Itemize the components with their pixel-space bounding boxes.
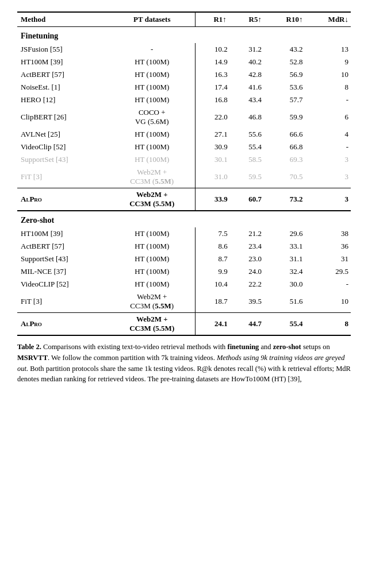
r10-cell: 57.7 (266, 94, 307, 106)
pt-cell: HT (100M) (109, 128, 195, 141)
results-table: Method PT datasets R1↑ R5↑ R10↑ MdR↓ Fin… (17, 11, 351, 336)
method-cell: JSFusion [55] (17, 43, 109, 56)
table-caption: Table 2. Comparisons with existing text-… (17, 342, 351, 385)
pt-cell: COCO +VG (5.6M) (109, 106, 195, 128)
r10-cell: 56.9 (266, 68, 307, 81)
table-row: ActBERT [57] HT (100M) 16.3 42.8 56.9 10 (17, 68, 351, 81)
table-row: SupportSet [43] HT (100M) 8.7 23.0 31.1 … (17, 253, 351, 265)
r1-cell: 16.3 (195, 68, 231, 81)
r10-cell: 43.2 (266, 43, 307, 56)
caption-label: Table 2. (17, 343, 41, 351)
pt-cell: HT (100M) (109, 94, 195, 106)
r1-cell: 31.0 (195, 166, 231, 188)
method-cell: ActBERT [57] (17, 68, 109, 81)
mdr-cell: 29.5 (307, 265, 351, 278)
method-cell: VideoClip [52] (17, 141, 109, 153)
pt-cell: Web2M +CC3M (5.5M) (109, 291, 195, 313)
caption-bold1: finetuning (227, 343, 259, 351)
r5-cell: 43.4 (231, 94, 266, 106)
alpro-mdr: 3 (307, 188, 351, 211)
pt-cell: HT (100M) (109, 141, 195, 153)
table-container: Method PT datasets R1↑ R5↑ R10↑ MdR↓ Fin… (17, 11, 351, 336)
alpro-r1: 33.9 (195, 188, 231, 211)
r5-cell: 55.4 (231, 141, 266, 153)
header-r5: R5↑ (231, 12, 266, 27)
method-cell: AVLNet [25] (17, 128, 109, 141)
method-cell: SupportSet [43] (17, 253, 109, 265)
r10-cell: 33.1 (266, 240, 307, 253)
pt-cell: HT (100M) (109, 227, 195, 240)
pt-cell: HT (100M) (109, 265, 195, 278)
table-row: FiT [3] Web2M +CC3M (5.5M) 18.7 39.5 51.… (17, 291, 351, 313)
table-row: NoiseEst. [1] HT (100M) 17.4 41.6 53.6 8 (17, 81, 351, 94)
table-header-row: Method PT datasets R1↑ R5↑ R10↑ MdR↓ (17, 12, 351, 27)
r1-cell: 10.2 (195, 43, 231, 56)
r10-cell: 51.6 (266, 291, 307, 313)
caption-bold3: MSRVTT (17, 354, 48, 362)
mdr-cell: - (307, 94, 351, 106)
alpro-zero-shot-row: AlPro Web2M +CC3M (5.5M) 24.1 44.7 55.4 … (17, 313, 351, 336)
mdr-cell: 3 (307, 166, 351, 188)
mdr-cell: - (307, 278, 351, 291)
alpro-zs-method: AlPro (17, 313, 109, 336)
alpro-zs-r10: 55.4 (266, 313, 307, 336)
mdr-cell: 3 (307, 153, 351, 166)
zero-shot-section-header: Zero-shot (17, 211, 351, 227)
mdr-cell: 9 (307, 56, 351, 68)
r1-cell: 16.8 (195, 94, 231, 106)
table-row: AVLNet [25] HT (100M) 27.1 55.6 66.6 4 (17, 128, 351, 141)
r10-cell: 70.5 (266, 166, 307, 188)
alpro-pt: Web2M +CC3M (5.5M) (109, 188, 195, 211)
alpro-r10: 73.2 (266, 188, 307, 211)
r10-cell: 29.6 (266, 227, 307, 240)
mdr-cell: 38 (307, 227, 351, 240)
table-row: VideoClip [52] HT (100M) 30.9 55.4 66.8 … (17, 141, 351, 153)
caption-text3: setups on (301, 343, 330, 351)
pt-cell: HT (100M) (109, 68, 195, 81)
pt-cell: - (109, 43, 195, 56)
r10-cell: 31.1 (266, 253, 307, 265)
r10-cell: 69.3 (266, 153, 307, 166)
alpro-zs-mdr: 8 (307, 313, 351, 336)
r1-cell: 8.7 (195, 253, 231, 265)
r10-cell: 30.0 (266, 278, 307, 291)
r10-cell: 52.8 (266, 56, 307, 68)
r10-cell: 66.6 (266, 128, 307, 141)
caption-text2: and (259, 343, 273, 351)
header-mdr: MdR↓ (307, 12, 351, 27)
r10-cell: 53.6 (266, 81, 307, 94)
method-cell: SupportSet [43] (17, 153, 109, 166)
alpro-zs-r1: 24.1 (195, 313, 231, 336)
table-row: VideoCLIP [52] HT (100M) 10.4 22.2 30.0 … (17, 278, 351, 291)
mdr-cell: 10 (307, 68, 351, 81)
r1-cell: 14.9 (195, 56, 231, 68)
table-row: JSFusion [55] - 10.2 31.2 43.2 13 (17, 43, 351, 56)
r5-cell: 58.5 (231, 153, 266, 166)
table-row: ClipBERT [26] COCO +VG (5.6M) 22.0 46.8 … (17, 106, 351, 128)
r1-cell: 18.7 (195, 291, 231, 313)
mdr-cell: - (307, 141, 351, 153)
mdr-cell: 13 (307, 43, 351, 56)
r5-cell: 41.6 (231, 81, 266, 94)
method-cell: FiT [3] (17, 166, 109, 188)
method-cell: VideoCLIP [52] (17, 278, 109, 291)
r1-cell: 9.9 (195, 265, 231, 278)
r10-cell: 66.8 (266, 141, 307, 153)
method-cell: ClipBERT [26] (17, 106, 109, 128)
r5-cell: 21.2 (231, 227, 266, 240)
r5-cell: 39.5 (231, 291, 266, 313)
r10-cell: 59.9 (266, 106, 307, 128)
r5-cell: 40.2 (231, 56, 266, 68)
r5-cell: 42.8 (231, 68, 266, 81)
alpro-method: AlPro (17, 188, 109, 211)
mdr-cell: 10 (307, 291, 351, 313)
method-cell: HT100M [39] (17, 227, 109, 240)
method-cell: MIL-NCE [37] (17, 265, 109, 278)
r1-cell: 8.6 (195, 240, 231, 253)
table-row: ActBERT [57] HT (100M) 8.6 23.4 33.1 36 (17, 240, 351, 253)
alpro-finetuning-row: AlPro Web2M +CC3M (5.5M) 33.9 60.7 73.2 … (17, 188, 351, 211)
r1-cell: 30.9 (195, 141, 231, 153)
header-r10: R10↑ (266, 12, 307, 27)
r5-cell: 23.0 (231, 253, 266, 265)
table-row: SupportSet [43] HT (100M) 30.1 58.5 69.3… (17, 153, 351, 166)
